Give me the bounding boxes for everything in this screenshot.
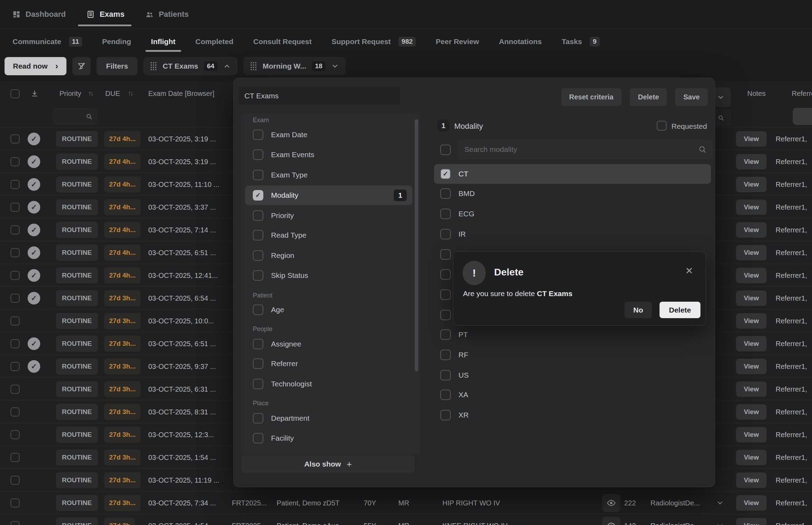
no-button[interactable]: No: [625, 302, 652, 318]
criteria-checkbox[interactable]: [253, 270, 263, 281]
criteria-checkbox[interactable]: [253, 379, 263, 389]
subnav-tab[interactable]: Inflight: [151, 37, 176, 46]
modality-option[interactable]: BMD: [434, 184, 711, 203]
worklist-chip[interactable]: CT Exams64: [143, 57, 237, 75]
row-checkbox[interactable]: [10, 180, 20, 189]
criteria-item[interactable]: Assignee: [241, 334, 420, 354]
modality-checkbox[interactable]: [440, 169, 451, 179]
view-notes-button[interactable]: View: [736, 222, 767, 238]
criteria-checkbox[interactable]: [253, 250, 263, 261]
criteria-item[interactable]: Age: [241, 300, 420, 320]
table-row[interactable]: ROUTINE27d 3h03-OCT-2025, 1:54FRT2025Pat…: [0, 514, 812, 525]
subnav-tab[interactable]: Peer Review: [436, 37, 479, 46]
criteria-item[interactable]: Referrer: [241, 354, 420, 373]
row-checkbox[interactable]: [10, 134, 20, 144]
modality-option[interactable]: XR: [434, 405, 711, 425]
modality-checkbox[interactable]: [440, 289, 451, 300]
sort-icon[interactable]: ↑↓: [88, 90, 93, 97]
select-all-checkbox[interactable]: [10, 89, 20, 98]
subnav-tab[interactable]: Annotations: [499, 37, 542, 46]
preview-button[interactable]: [602, 494, 620, 512]
criteria-item[interactable]: Region: [241, 246, 420, 265]
row-checkbox[interactable]: [10, 453, 20, 462]
criteria-item[interactable]: Skip Status: [241, 266, 420, 285]
row-checkbox[interactable]: [10, 294, 20, 303]
row-checkbox[interactable]: [10, 430, 20, 439]
modality-checkbox[interactable]: [440, 350, 451, 360]
priority-filter-input[interactable]: [52, 108, 97, 125]
read-now-button[interactable]: Read now ›: [5, 57, 66, 75]
save-worklist-button[interactable]: Save: [675, 88, 708, 106]
criteria-item[interactable]: Department: [241, 408, 420, 428]
row-checkbox[interactable]: [10, 271, 20, 280]
modality-checkbox[interactable]: [440, 390, 451, 400]
criteria-item[interactable]: Read Type: [241, 225, 420, 245]
view-notes-button[interactable]: View: [736, 336, 767, 351]
row-checkbox[interactable]: [10, 157, 20, 166]
top-nav-tab-patients[interactable]: Patients: [145, 10, 189, 19]
subnav-tab[interactable]: Communicate11: [13, 37, 82, 47]
row-checkbox[interactable]: [10, 476, 20, 485]
top-nav-tab-exams[interactable]: Exams: [86, 10, 124, 19]
confirm-delete-button[interactable]: Delete: [660, 302, 700, 318]
modality-option[interactable]: ECG: [434, 204, 711, 224]
subnav-tab[interactable]: Consult Request: [253, 37, 312, 46]
view-notes-button[interactable]: View: [736, 382, 767, 397]
modality-option[interactable]: CT: [434, 164, 711, 184]
modality-option[interactable]: PT: [434, 325, 711, 344]
column-header-notes[interactable]: Notes: [747, 90, 765, 98]
view-notes-button[interactable]: View: [736, 518, 767, 525]
column-header-referrer[interactable]: Referrer: [792, 90, 812, 98]
top-nav-tab-dashboard[interactable]: Dashboard: [12, 10, 66, 19]
row-checkbox[interactable]: [10, 407, 20, 416]
criteria-checkbox[interactable]: [253, 358, 263, 369]
criteria-item[interactable]: Technologist: [241, 374, 420, 394]
subnav-tab[interactable]: Completed: [195, 37, 234, 46]
column-header-due[interactable]: DUE: [105, 90, 120, 98]
criteria-checkbox[interactable]: [253, 130, 263, 140]
subnav-tab[interactable]: Tasks9: [562, 37, 600, 47]
chevron-down-icon[interactable]: [716, 499, 724, 507]
criteria-item[interactable]: Exam Events: [241, 145, 420, 164]
modality-checkbox[interactable]: [440, 310, 451, 320]
close-icon[interactable]: ✕: [683, 265, 695, 277]
criteria-item[interactable]: Facility: [241, 428, 420, 448]
sort-icon[interactable]: ↑↓: [128, 90, 133, 97]
view-notes-button[interactable]: View: [736, 245, 767, 260]
view-notes-button[interactable]: View: [736, 495, 767, 511]
view-notes-button[interactable]: View: [736, 427, 767, 442]
criteria-checkbox[interactable]: [253, 339, 263, 349]
scrollbar-thumb[interactable]: [415, 119, 418, 371]
row-checkbox[interactable]: [10, 225, 20, 234]
view-notes-button[interactable]: View: [736, 313, 767, 329]
view-notes-button[interactable]: View: [736, 450, 767, 465]
criteria-checkbox[interactable]: [253, 230, 263, 240]
subnav-tab[interactable]: Pending: [102, 37, 131, 46]
column-header-exam-date[interactable]: Exam Date [Browser]: [148, 90, 214, 98]
delete-worklist-button[interactable]: Delete: [630, 88, 667, 106]
modality-checkbox[interactable]: [440, 370, 451, 380]
modality-checkbox[interactable]: [440, 269, 451, 280]
modality-option[interactable]: RF: [434, 345, 711, 365]
column-header-priority[interactable]: Priority: [59, 90, 81, 98]
table-row[interactable]: ROUTINE27d 3h...03-OCT-2025, 7:34 ...FRT…: [0, 491, 812, 514]
modality-checkbox[interactable]: [440, 229, 451, 239]
criteria-item[interactable]: Priority: [241, 206, 420, 225]
criteria-item[interactable]: Exam Date: [241, 125, 420, 145]
modality-search-input[interactable]: [457, 140, 713, 159]
view-notes-button[interactable]: View: [736, 290, 767, 306]
modality-checkbox[interactable]: [440, 188, 451, 199]
criteria-checkbox[interactable]: [253, 149, 263, 160]
modality-checkbox[interactable]: [440, 209, 451, 219]
chevron-down-icon[interactable]: [716, 522, 724, 525]
select-all-modalities-checkbox[interactable]: [440, 145, 451, 155]
criteria-checkbox[interactable]: [253, 210, 263, 221]
download-icon[interactable]: [31, 90, 38, 98]
criteria-item[interactable]: Modality1: [241, 186, 420, 205]
view-notes-button[interactable]: View: [736, 268, 767, 283]
reset-criteria-button[interactable]: Reset criteria: [561, 88, 622, 106]
criteria-checkbox[interactable]: [253, 304, 263, 315]
view-notes-button[interactable]: View: [736, 404, 767, 420]
worklist-name-input[interactable]: [238, 86, 400, 105]
worklist-chip[interactable]: Morning W...18: [243, 57, 346, 75]
